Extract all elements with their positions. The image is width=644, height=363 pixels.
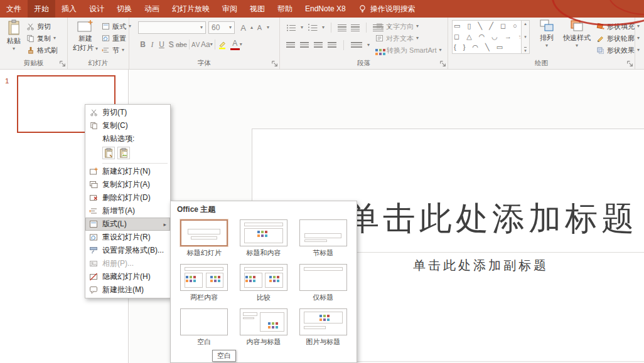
copy-icon (26, 34, 35, 43)
scroll-down-icon[interactable]: ▾ (524, 34, 527, 39)
shape-fill-button[interactable]: 形状填充 ▾ (596, 21, 640, 32)
reset-label: 重置 (112, 34, 126, 43)
paste-button[interactable]: 粘贴 ▾ (3, 19, 25, 51)
tell-me-search[interactable]: 操作说明搜索 (352, 0, 422, 18)
format-painter-label: 格式刷 (37, 46, 58, 55)
menu-label: 隐藏幻灯片(H) (102, 271, 151, 282)
layout-option-picture-with-caption[interactable]: 图片与标题 (293, 307, 353, 348)
section-button[interactable]: 节 ▾ (102, 45, 124, 56)
paste-options-row (85, 145, 170, 162)
shrink-font-button[interactable]: A▾ (255, 22, 269, 33)
menu-item-format-background[interactable]: 设置背景格式(B)... (85, 244, 170, 257)
layout-option-two-content[interactable]: 两栏内容 (174, 263, 234, 303)
clipboard-dialog-launcher[interactable] (59, 60, 66, 67)
quick-styles-button[interactable]: 快速样式 ▾ (561, 19, 593, 48)
decrease-indent-icon[interactable] (338, 24, 346, 31)
align-left-icon[interactable] (286, 42, 295, 49)
layout-option-title-and-content[interactable]: 标题和内容 (234, 218, 294, 259)
copy-button[interactable]: 复制 ▾ (26, 33, 56, 44)
paste-picture-button[interactable] (117, 147, 130, 159)
menu-item-layout[interactable]: 版式(L) ▸ (85, 218, 170, 231)
tab-review[interactable]: 审阅 (216, 0, 244, 18)
font-name-combobox[interactable]: ▾ (138, 21, 206, 34)
menu-item-hide-slide[interactable]: 隐藏幻灯片(H) (85, 270, 170, 283)
shapes-row-1[interactable]: ▭ ▯ ╲ ╱ ◻ ○ (454, 21, 520, 31)
menu-item-copy[interactable]: 复制(C) (85, 119, 170, 132)
layout-option-blank[interactable]: 空白 (174, 307, 234, 348)
gallery-more-icon[interactable]: ▾ (524, 47, 527, 53)
character-spacing-button[interactable]: AV (191, 39, 201, 50)
paragraph-dialog-launcher[interactable] (439, 60, 446, 67)
menu-item-add-section[interactable]: 新增节(A) (85, 204, 170, 218)
menu-item-reset-slide[interactable]: 重设幻灯片(R) (85, 231, 170, 244)
italic-button[interactable]: I (148, 39, 157, 50)
align-text-button[interactable]: 对齐文本 ▾ (375, 33, 419, 44)
tab-transitions[interactable]: 切换 (110, 0, 138, 18)
paste-caret-icon: ▾ (13, 46, 15, 51)
tab-file[interactable]: 文件 (0, 0, 28, 18)
tab-animations[interactable]: 动画 (138, 0, 166, 18)
tab-design[interactable]: 设计 (83, 0, 110, 18)
menu-item-duplicate-slide[interactable]: 复制幻灯片(A) (85, 178, 170, 191)
layout-option-title-slide[interactable]: 标题幻灯片 (174, 218, 234, 259)
layout-option-section-header[interactable]: 节标题 (293, 218, 353, 259)
shapes-row-3[interactable]: { } ◠ ╲ ▭ (454, 42, 520, 53)
tab-insert[interactable]: 插入 (55, 0, 83, 18)
bold-button[interactable]: B (138, 39, 148, 50)
layout-option-content-with-caption[interactable]: 内容与标题 (234, 307, 294, 348)
columns-icon[interactable] (351, 42, 362, 49)
menu-item-paste-options: 粘贴选项: (85, 132, 170, 145)
tab-endnote[interactable]: EndNote X8 (299, 0, 352, 18)
new-slide-button[interactable]: 新建 幻灯片 ▾ (72, 19, 99, 52)
align-right-icon[interactable] (314, 42, 323, 49)
text-shadow-button[interactable]: S (166, 39, 176, 50)
scroll-up-icon[interactable]: ▴ (524, 21, 527, 26)
justify-icon[interactable] (328, 42, 336, 49)
underline-button[interactable]: U (157, 39, 166, 50)
menu-item-cut[interactable]: 剪切(T) (85, 106, 170, 119)
cut-button[interactable]: 剪切 (26, 21, 51, 32)
tab-view[interactable]: 视图 (244, 0, 271, 18)
font-size-combobox[interactable]: 60 ▾ (208, 21, 235, 34)
layout-button[interactable]: 版式 ▾ (102, 21, 131, 32)
reset-button[interactable]: 重置 (102, 33, 126, 44)
menu-item-new-comment[interactable]: 新建批注(M) (85, 283, 170, 297)
format-painter-icon (26, 46, 35, 55)
grow-font-button[interactable]: A▴ (239, 22, 253, 33)
font-dialog-launcher[interactable] (271, 60, 278, 67)
align-center-icon[interactable] (300, 42, 309, 49)
increase-indent-icon[interactable] (351, 24, 360, 31)
title-placeholder[interactable]: 单击此处添加标题 (346, 197, 638, 241)
convert-smartart-button[interactable]: 转换为 SmartArt ▾ (375, 45, 441, 56)
layout-option-title-only[interactable]: 仅标题 (293, 263, 353, 303)
strikethrough-button[interactable]: abc (176, 39, 187, 50)
clipboard-group-label: 剪贴板 (0, 59, 67, 68)
format-painter-button[interactable]: 格式刷 (26, 45, 58, 56)
shape-fill-label: 形状填充 (607, 22, 635, 31)
change-case-button[interactable]: Aa (201, 39, 210, 50)
text-direction-button[interactable]: 文字方向 ▾ (375, 21, 419, 32)
subtitle-placeholder[interactable]: 单击此处添加副标题 (413, 257, 549, 274)
ribbon-group-slides: 新建 幻灯片 ▾ 版式 ▾ 重置 节 ▾ 幻灯片 (68, 18, 129, 69)
tab-slideshow[interactable]: 幻灯片放映 (166, 0, 216, 18)
paste-keep-formatting-button[interactable] (102, 147, 115, 159)
shapes-gallery-scrollbar[interactable]: ▴ ▾ ▾ (521, 21, 529, 53)
menu-item-new-slide[interactable]: 新建幻灯片(N) (85, 165, 170, 178)
drawing-dialog-launcher[interactable] (626, 60, 633, 67)
font-color-button[interactable]: A (230, 39, 240, 50)
shapes-gallery[interactable]: ▭ ▯ ╲ ╱ ◻ ○ ◻ △ ◠ ◡ → ☆ { } ◠ ╲ ▭ ▴ ▾ ▾ (452, 20, 530, 54)
menu-item-delete-slide[interactable]: 删除幻灯片(D) (85, 191, 170, 204)
shapes-row-2[interactable]: ◻ △ ◠ ◡ → ☆ (454, 31, 520, 42)
numbering-icon[interactable] (308, 24, 318, 32)
bullets-icon[interactable] (286, 24, 296, 32)
paste-option-icon (104, 148, 113, 158)
tab-help[interactable]: 帮助 (271, 0, 299, 18)
highlight-color-icon[interactable] (217, 40, 227, 50)
layout-label: 空白 (197, 337, 211, 347)
layout-option-comparison[interactable]: 比较 (234, 263, 294, 303)
shape-effects-button[interactable]: 形状效果 ▾ (596, 45, 640, 56)
layout-label: 内容与标题 (246, 337, 281, 347)
shape-outline-button[interactable]: 形状轮廓 ▾ (596, 33, 640, 44)
arrange-button[interactable]: 排列 ▾ (535, 19, 559, 48)
tab-home[interactable]: 开始 (28, 0, 55, 18)
